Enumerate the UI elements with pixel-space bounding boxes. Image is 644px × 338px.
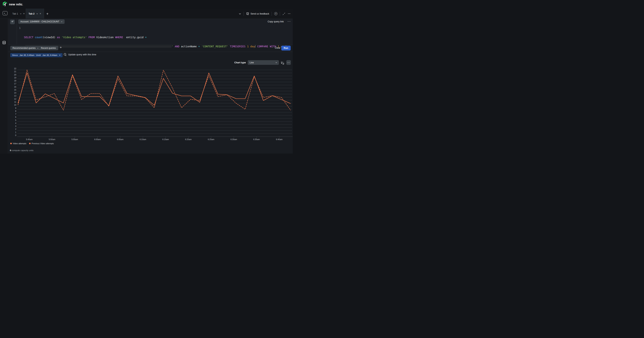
- chevron-down-icon[interactable]: [20, 13, 22, 14]
- series-solid-line[interactable]: [18, 73, 291, 106]
- data-explorer-icon[interactable]: [2, 41, 6, 45]
- minimize-icon[interactable]: —: [288, 12, 290, 15]
- since-label: Since: [12, 54, 18, 56]
- top-bar: new relic.: [0, 0, 293, 8]
- clear-button[interactable]: Clear: [275, 47, 280, 49]
- ai-assistant-button[interactable]: [10, 19, 15, 24]
- y-axis-tick-label: 11: [14, 101, 16, 103]
- query-token: as: [57, 36, 60, 39]
- account-selector[interactable]: Account: 11649900 - CHILDACCOUNT: [18, 19, 64, 24]
- tab-2[interactable]: Tab 2 ✕: [26, 8, 44, 19]
- account-selector-label: Account: 11649900 - CHILDACCOUNT: [20, 20, 59, 23]
- collapse-window-icon[interactable]: ↙↗: [282, 12, 286, 15]
- x-axis-tick-label: 6:15am: [162, 138, 169, 140]
- legend-item[interactable]: Previous Video attempts: [29, 142, 54, 145]
- x-axis-tick-label: 5:45am: [26, 138, 32, 140]
- chart-menu-button[interactable]: ···: [286, 60, 291, 65]
- divider: [16, 19, 17, 44]
- copy-query-link-button[interactable]: Copy query link: [268, 20, 284, 23]
- query-token: count: [35, 36, 43, 39]
- chart-type-value: Line: [250, 61, 254, 64]
- x-axis-tick-label: 6:30am: [230, 138, 237, 140]
- until-value: Jan 30, 6:44am: [42, 54, 57, 56]
- add-query-button[interactable]: +: [60, 45, 62, 50]
- y-axis-tick-label: 3: [15, 125, 16, 127]
- edit-chart-icon[interactable]: [281, 61, 284, 64]
- until-label: Until: [36, 54, 41, 56]
- x-axis-tick-label: 6:10am: [140, 138, 146, 140]
- tab-bar-actions: Send us feedback ? ↙↗ —: [239, 8, 290, 19]
- y-axis-tick-label: 6: [15, 116, 16, 118]
- compute-capacity-footer: 0 compute capacity units: [10, 149, 34, 152]
- close-tab-icon[interactable]: ✕: [40, 12, 41, 15]
- query-token: SELECT: [24, 36, 34, 39]
- recent-queries-button[interactable]: Recent queries: [39, 46, 58, 50]
- new-relic-logo-icon: [2, 1, 7, 7]
- y-axis-tick-label: 8: [15, 110, 16, 112]
- help-icon[interactable]: ?: [274, 12, 278, 15]
- chevron-down-icon[interactable]: [36, 13, 38, 14]
- x-axis-tick-label: 5:50am: [49, 138, 55, 140]
- recommended-queries-button[interactable]: Recommended queries: [10, 46, 41, 50]
- x-axis-tick-label: 6:20am: [185, 138, 192, 140]
- nrql-editor[interactable]: Account: 11649900 - CHILDACCOUNT Copy qu…: [8, 19, 293, 44]
- console-icon[interactable]: >_: [2, 11, 8, 15]
- y-axis-tick-label: 2: [15, 128, 16, 130]
- send-feedback-button[interactable]: Send us feedback: [246, 12, 269, 15]
- chart-type-select[interactable]: Line: [248, 60, 279, 65]
- time-range-pill[interactable]: Since Jan 30, 5:40am Until Jan 30, 6:44a…: [10, 53, 62, 57]
- y-axis-tick-label: 7: [15, 113, 16, 115]
- close-tab-icon[interactable]: ✕: [23, 12, 25, 15]
- query-token: 'Video attempts': [62, 36, 87, 39]
- tab-bar: >_ Tab 1 ✕ Tab 2 ✕ +: [0, 8, 293, 19]
- recommended-queries-label: Recommended queries: [12, 47, 36, 49]
- chart-legend: Video attemptsPrevious Video attempts: [10, 142, 54, 145]
- y-axis-tick-label: 20: [14, 74, 16, 76]
- x-axis-tick-label: 6:00am: [94, 138, 101, 140]
- y-axis-tick-label: 12: [14, 98, 16, 100]
- query-toolbar: Recommended queries Recent queries + Cle…: [8, 45, 293, 52]
- y-axis-tick-label: 5: [15, 119, 16, 121]
- query-token: WHERE: [115, 36, 123, 39]
- legend-label: Video attempts: [13, 142, 26, 145]
- chart-canvas[interactable]: 0123456789101112131415161718192021225:45…: [8, 66, 293, 140]
- y-axis-tick-label: 13: [14, 95, 16, 97]
- legend-item[interactable]: Video attempts: [10, 142, 26, 145]
- main-content: Account: 11649900 - CHILDACCOUNT Copy qu…: [8, 19, 293, 154]
- x-axis-tick-label: 6:40am: [276, 138, 282, 140]
- left-rail: [0, 19, 8, 154]
- y-axis-tick-label: 14: [14, 92, 16, 94]
- recent-queries-label: Recent queries: [41, 47, 56, 49]
- y-axis-tick-label: 16: [14, 86, 16, 88]
- divider: [244, 12, 244, 16]
- y-axis-tick-label: 21: [14, 70, 16, 73]
- tab-1[interactable]: Tab 1 ✕: [10, 8, 28, 19]
- run-button[interactable]: Run: [281, 46, 291, 50]
- new-tab-button[interactable]: +: [45, 11, 50, 16]
- tab-2-label: Tab 2: [28, 12, 34, 15]
- query-token: =: [145, 36, 146, 39]
- compute-capacity-label: compute capacity units: [11, 149, 34, 152]
- feedback-icon: [246, 12, 249, 15]
- query-token: (viewId): [43, 36, 57, 39]
- time-filter-row: Since Jan 30, 5:40am Until Jan 30, 6:44a…: [8, 52, 293, 58]
- tab-1-label: Tab 1: [12, 12, 18, 15]
- chart-controls: Chart type Line ···: [234, 60, 291, 65]
- remove-time-range-icon[interactable]: ✕: [59, 54, 61, 56]
- query-token: VideoAction: [95, 36, 115, 39]
- query-token: [34, 36, 35, 39]
- legend-label: Previous Video attempts: [32, 142, 54, 145]
- divider: [272, 12, 272, 16]
- y-axis-tick-label: 10: [14, 104, 16, 106]
- chevron-down-icon[interactable]: [239, 13, 241, 14]
- chart-type-label: Chart type: [234, 61, 246, 64]
- y-axis-tick-label: 22: [14, 67, 16, 70]
- divider: [280, 12, 280, 16]
- y-axis-tick-label: 9: [15, 107, 16, 109]
- editor-menu-button[interactable]: ···: [288, 20, 291, 23]
- chevron-down-icon: [61, 21, 62, 22]
- update-query-time-button[interactable]: Update query with this time: [64, 53, 96, 56]
- y-axis-tick-label: 0: [15, 134, 16, 136]
- y-axis-tick-label: 4: [15, 122, 16, 124]
- timeseries-chart[interactable]: 0123456789101112131415161718192021225:45…: [8, 66, 293, 140]
